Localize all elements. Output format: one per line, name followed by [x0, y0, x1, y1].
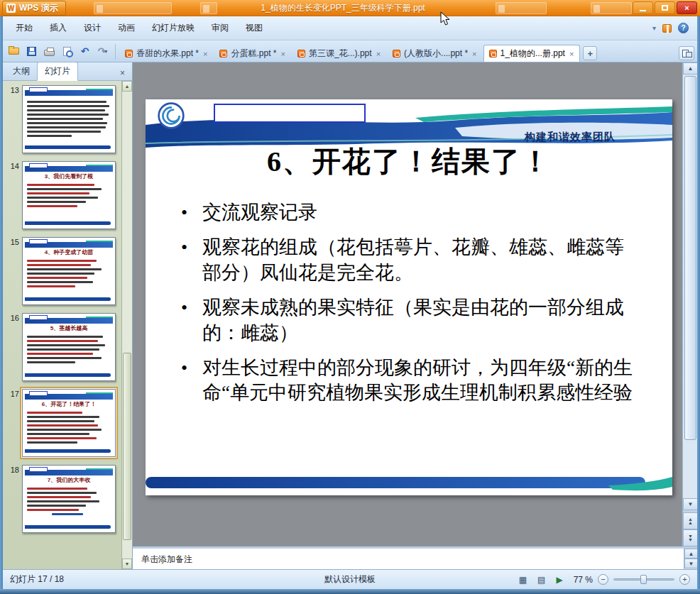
save-icon — [27, 47, 36, 56]
print-preview-button[interactable] — [59, 43, 75, 60]
tab-close-icon[interactable]: × — [569, 50, 574, 58]
thumb-header-band — [25, 394, 113, 400]
doc-tab-active[interactable]: 1_植物的...册.ppt × — [483, 45, 581, 62]
bullet-item[interactable]: •观察未成熟的果实特征（果实是由花的一部分组成的：雌蕊） — [171, 295, 642, 346]
menu-item-slideshow[interactable]: 幻灯片放映 — [143, 18, 203, 38]
help-button[interactable]: ? — [678, 23, 689, 33]
ppt-file-icon — [489, 50, 497, 57]
wps-app-button[interactable]: W WPS 演示 — [2, 1, 66, 16]
thumb-text-lines — [23, 97, 115, 145]
zoom-slider-thumb[interactable] — [640, 575, 647, 584]
status-right-group: ▦ ▤ ▶ 77 % − + — [516, 573, 690, 586]
thumbnail-scrollbar[interactable]: ▲ ▼ — [121, 81, 132, 569]
zoom-in-button[interactable]: + — [679, 574, 690, 585]
thumb-text-lines — [23, 484, 115, 525]
slide-title[interactable]: 6、开花了！结果了！ — [146, 142, 672, 181]
previous-slide-button[interactable]: ▲ ▲ — [683, 512, 698, 529]
scroll-up-icon[interactable]: ▲ — [683, 62, 698, 75]
undo-button[interactable]: ↶ — [77, 43, 93, 60]
menu-item-animation[interactable]: 动画 — [109, 18, 143, 38]
slide-thumbnail-18[interactable]: 7、我们的大丰收 — [22, 465, 116, 533]
slide-thumbnail-15[interactable]: 4、种子变成了幼苗 — [22, 237, 116, 305]
menu-item-design[interactable]: 设计 — [75, 18, 109, 38]
scroll-thumb[interactable] — [684, 76, 696, 440]
thumb-footer-band — [25, 525, 111, 529]
wps-presentation-window: W WPS 演示 1_植物的生长变化PPT_三年级科学下册.ppt × 开始 插… — [0, 0, 700, 594]
notes-scrollbar[interactable]: ▲ ▼ — [684, 549, 698, 569]
tab-close-icon[interactable]: × — [471, 50, 477, 58]
window-frame — [0, 16, 3, 589]
doc-tab[interactable]: (人教版小....ppt * × — [387, 45, 483, 62]
panel-close-icon[interactable]: × — [116, 66, 129, 80]
new-tab-button[interactable]: + — [583, 46, 597, 60]
tab-close-icon[interactable]: × — [376, 50, 381, 58]
thumb-text-lines — [23, 256, 115, 297]
ppt-file-icon — [125, 50, 133, 57]
print-preview-icon — [63, 47, 71, 56]
slide-thumbnail-13[interactable] — [22, 85, 116, 153]
thumbnail-scroll-thumb[interactable] — [123, 353, 131, 539]
zoom-slider[interactable] — [613, 574, 674, 585]
menu-item-insert[interactable]: 插入 — [41, 18, 75, 38]
doc-tab[interactable]: 分蛋糕.ppt * × — [214, 45, 291, 62]
slide-thumbnail-14[interactable]: 3、我们先看到了根 — [22, 161, 116, 229]
gift-icon[interactable] — [662, 24, 672, 33]
zoom-out-button[interactable]: − — [598, 574, 608, 585]
arrange-windows-button[interactable] — [679, 46, 694, 60]
scroll-track[interactable] — [683, 75, 698, 498]
normal-view-button[interactable]: ▦ — [516, 573, 530, 586]
notes-placeholder[interactable]: 单击添加备注 — [133, 549, 698, 566]
close-icon: × — [684, 4, 689, 12]
thumb-title: 6、开花了！结果了！ — [23, 401, 115, 408]
slide-thumbnail-17-selected[interactable]: 6、开花了！结果了！ — [22, 389, 116, 457]
redo-button[interactable]: ↷▾ — [94, 43, 111, 60]
scroll-down-icon[interactable]: ▼ — [122, 559, 132, 569]
chevron-down-icon[interactable]: ▾ — [652, 24, 656, 32]
slide-number: 15 — [7, 237, 19, 305]
slide-sorter-button[interactable]: ▤ — [535, 573, 548, 586]
window-title: 1_植物的生长变化PPT_三年级科学下册.ppt — [128, 0, 558, 16]
bullet-item[interactable]: •交流观察记录 — [171, 200, 642, 226]
slide-editor[interactable]: 构建和谐效率团队 6、开花了！结果了！ •交流观察记录 •观察花的组成（花包括萼… — [146, 99, 672, 495]
notes-pane[interactable]: 单击添加备注 ▲ ▼ — [133, 546, 698, 569]
tab-close-icon[interactable]: × — [202, 50, 208, 58]
doc-tab-label: 第三课_花...).ppt — [309, 48, 372, 60]
banner-slogan: 构建和谐效率团队 — [525, 131, 616, 144]
next-slide-button[interactable]: ▼ ▼ — [683, 529, 698, 546]
tab-outline[interactable]: 大纲 — [6, 62, 37, 80]
thumbnail-row: 16 5、茎越长越高 — [7, 313, 120, 381]
save-button[interactable] — [23, 43, 40, 60]
minimize-button[interactable] — [633, 1, 653, 14]
doc-tab-label: 分蛋糕.ppt * — [231, 48, 276, 60]
maximize-button[interactable] — [655, 1, 675, 14]
scroll-up-icon[interactable]: ▲ — [684, 549, 698, 559]
zoom-level[interactable]: 77 % — [574, 575, 593, 585]
window-frame — [697, 16, 700, 589]
close-button[interactable]: × — [677, 1, 697, 14]
menu-item-review[interactable]: 审阅 — [203, 18, 237, 38]
bullet-item[interactable]: •观察花的组成（花包括萼片、花瓣、雄蕊、雌蕊等部分）凤仙花是完全花。 — [171, 235, 642, 286]
thumbnail-scroll-track[interactable] — [122, 92, 132, 559]
minimize-icon — [640, 10, 646, 11]
menu-item-home[interactable]: 开始 — [7, 18, 41, 38]
doc-tab[interactable]: 第三课_花...).ppt × — [292, 45, 387, 62]
slide-thumbnail-16[interactable]: 5、茎越长越高 — [22, 313, 116, 381]
menu-item-view[interactable]: 视图 — [237, 18, 271, 38]
scroll-down-icon[interactable]: ▼ — [684, 559, 698, 568]
printer-icon — [44, 50, 55, 56]
slideshow-button[interactable]: ▶ — [553, 573, 565, 586]
main-vertical-scrollbar[interactable]: ▲ ▼ ▲ ▲ ▼ ▼ — [682, 62, 698, 546]
slide-indicator: 幻灯片 17 / 18 — [10, 573, 64, 585]
open-button[interactable] — [6, 43, 22, 60]
header-text-placeholder-box[interactable] — [214, 104, 366, 123]
tab-slides[interactable]: 幻灯片 — [37, 62, 78, 81]
scroll-down-icon[interactable]: ▼ — [683, 498, 698, 510]
bullet-item[interactable]: •对生长过程中的部分现象的研讨，为四年级“新的生命“单元中研究植物果实形成生理机… — [171, 356, 642, 407]
ppt-file-icon — [393, 50, 400, 57]
bullet-icon: • — [181, 201, 187, 226]
print-button[interactable] — [41, 43, 58, 60]
doc-tab[interactable]: 香甜的水果.ppt * × — [119, 45, 214, 62]
tab-close-icon[interactable]: × — [280, 50, 286, 58]
slide-body-text[interactable]: •交流观察记录 •观察花的组成（花包括萼片、花瓣、雄蕊、雌蕊等部分）凤仙花是完全… — [171, 200, 642, 415]
scroll-up-icon[interactable]: ▲ — [122, 81, 132, 92]
